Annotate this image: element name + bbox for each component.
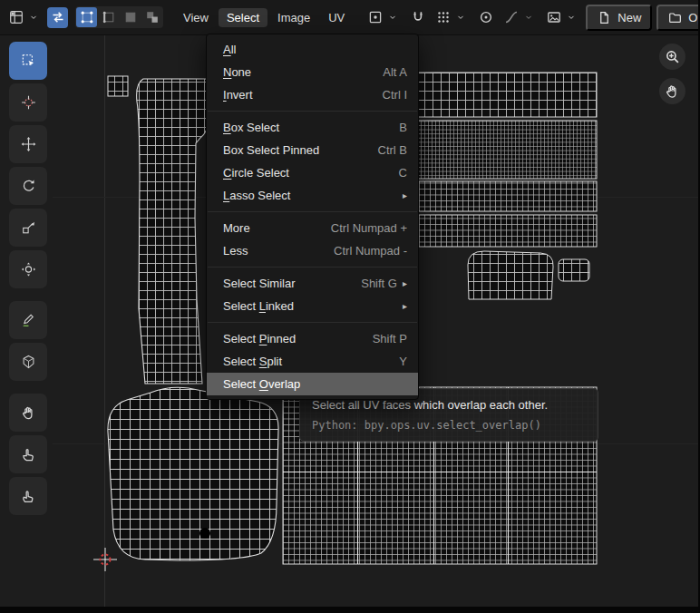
proportional-falloff-dropdown[interactable] — [501, 7, 539, 28]
edge-mode-icon — [101, 10, 116, 25]
menu-separator — [208, 322, 417, 323]
menu-item-shortcut: Ctrl B — [378, 143, 408, 157]
menu-item-less[interactable]: LessCtrl Numpad - — [207, 239, 418, 262]
menu-item-all[interactable]: All — [207, 38, 418, 61]
pivot-point-dropdown[interactable] — [365, 7, 403, 28]
cursor-tool-icon — [21, 95, 36, 111]
menu-item-label: Select Pinned — [223, 332, 296, 345]
measure-tool-icon — [21, 355, 36, 370]
select-mode-vertex[interactable] — [76, 7, 97, 27]
editor-type-dropdown[interactable] — [5, 7, 44, 28]
menu-item-box-select-pinned[interactable]: Box Select PinnedCtrl B — [207, 139, 418, 161]
tooltip-python: Python: bpy.ops.uv.select_overlap() — [312, 419, 586, 432]
menu-item-none[interactable]: NoneAlt A — [207, 61, 418, 83]
chevron-down-icon — [452, 10, 468, 25]
menu-item-label: Box Select Pinned — [223, 143, 319, 157]
menu-item-shortcut: Shift P — [373, 332, 407, 345]
menu-item-shortcut: Alt A — [383, 65, 407, 79]
toolbar-separator — [9, 292, 47, 297]
select-mode-edge[interactable] — [98, 7, 119, 27]
tool-rotate[interactable] — [9, 167, 47, 205]
menu-item-label: None — [223, 65, 251, 79]
tool-transform[interactable] — [9, 250, 47, 288]
menu-item-select-similar[interactable]: Select SimilarShift G▸ — [207, 272, 418, 295]
selection-mode-group — [75, 6, 163, 28]
menu-item-shortcut: Y — [399, 355, 407, 368]
tool-move[interactable] — [9, 125, 47, 163]
transform-tool-icon — [21, 262, 36, 277]
menu-separator — [208, 211, 417, 212]
snap-toggle[interactable] — [407, 7, 428, 28]
new-image-button[interactable]: New — [586, 5, 652, 31]
menu-item-lasso-select[interactable]: Lasso Select▸ — [207, 184, 418, 207]
tool-pinch[interactable] — [9, 477, 47, 515]
menu-item-label: Less — [223, 244, 248, 258]
proportional-editing-toggle[interactable] — [475, 7, 496, 28]
tool-select-box[interactable] — [9, 42, 47, 80]
face-mode-icon — [122, 10, 138, 25]
select-box-tool-icon — [21, 54, 36, 69]
tool-grab[interactable] — [9, 394, 47, 432]
zoom-button[interactable] — [659, 44, 685, 70]
zoom-icon — [665, 49, 680, 64]
tool-measure[interactable] — [9, 343, 47, 381]
blender-uv-editor-window: ViewSelectImageUV — [0, 0, 700, 613]
submenu-arrow-icon: ▸ — [403, 190, 407, 200]
menu-item-shortcut: Ctrl Numpad - — [334, 244, 407, 258]
menu-item-shortcut: Ctrl Numpad + — [331, 221, 407, 235]
menu-item-more[interactable]: MoreCtrl Numpad + — [207, 217, 418, 239]
menu-item-box-select[interactable]: Box SelectB — [207, 116, 418, 139]
island-mode-icon — [144, 10, 160, 25]
menu-item-shortcut: C — [399, 166, 407, 180]
tooltip-description: Select all UV faces which overlap each o… — [312, 398, 586, 412]
header-right-controls: New Open — [365, 5, 700, 31]
menu-item-label: Invert — [223, 88, 253, 102]
pivot-icon — [367, 10, 383, 25]
uv-sync-icon — [50, 10, 65, 25]
menu-item-select-overlap[interactable]: Select Overlap — [207, 373, 418, 395]
tool-relax[interactable] — [9, 435, 47, 473]
tool-scale[interactable] — [9, 209, 47, 247]
image-icon — [546, 10, 561, 25]
menu-item-label: Select Overlap — [223, 377, 300, 391]
menu-item-label: Circle Select — [223, 166, 289, 180]
uv-editor-type-icon — [8, 10, 24, 25]
chevron-down-icon — [384, 10, 400, 25]
menu-select[interactable]: Select — [219, 8, 267, 27]
submenu-arrow-icon: ▸ — [403, 278, 407, 288]
image-browse-dropdown[interactable] — [543, 7, 581, 28]
pan-button[interactable] — [659, 78, 685, 104]
grab-tool-icon — [21, 405, 36, 421]
tool-annotate[interactable] — [9, 301, 47, 339]
open-image-button[interactable]: Open — [656, 5, 700, 31]
chevron-down-icon — [563, 10, 578, 25]
chevron-down-icon — [25, 10, 41, 25]
menu-item-label: Lasso Select — [223, 189, 290, 202]
tool-cursor[interactable] — [9, 83, 47, 122]
menu-separator — [208, 111, 417, 112]
select-mode-island[interactable] — [141, 7, 162, 27]
scale-tool-icon — [21, 220, 36, 236]
menu-separator — [208, 267, 417, 268]
snap-grid-icon — [435, 10, 451, 25]
menu-item-invert[interactable]: InvertCtrl I — [207, 83, 418, 106]
menu-item-select-linked[interactable]: Select Linked▸ — [207, 295, 418, 317]
menu-item-select-split[interactable]: Select SplitY — [207, 350, 418, 373]
toolbar-separator — [9, 384, 47, 390]
window-edge-bottom — [0, 607, 700, 613]
vertex-mode-icon — [79, 10, 94, 25]
magnet-icon — [410, 10, 425, 25]
uv-2d-cursor[interactable] — [93, 548, 117, 571]
menu-item-label: All — [223, 43, 236, 56]
select-dropdown-menu: AllNoneAlt AInvertCtrl IBox SelectBBox S… — [206, 34, 419, 400]
menu-uv[interactable]: UV — [320, 8, 353, 27]
uv-sync-selection-toggle[interactable] — [47, 7, 68, 28]
snapping-dropdown[interactable] — [433, 7, 471, 28]
menu-item-select-pinned[interactable]: Select PinnedShift P — [207, 327, 418, 350]
menu-image[interactable]: Image — [269, 8, 318, 27]
pinch-tool-icon — [21, 489, 36, 504]
new-button-label: New — [617, 11, 641, 24]
menu-item-circle-select[interactable]: Circle SelectC — [207, 161, 418, 184]
menu-view[interactable]: View — [175, 8, 217, 27]
select-mode-face[interactable] — [120, 7, 141, 27]
